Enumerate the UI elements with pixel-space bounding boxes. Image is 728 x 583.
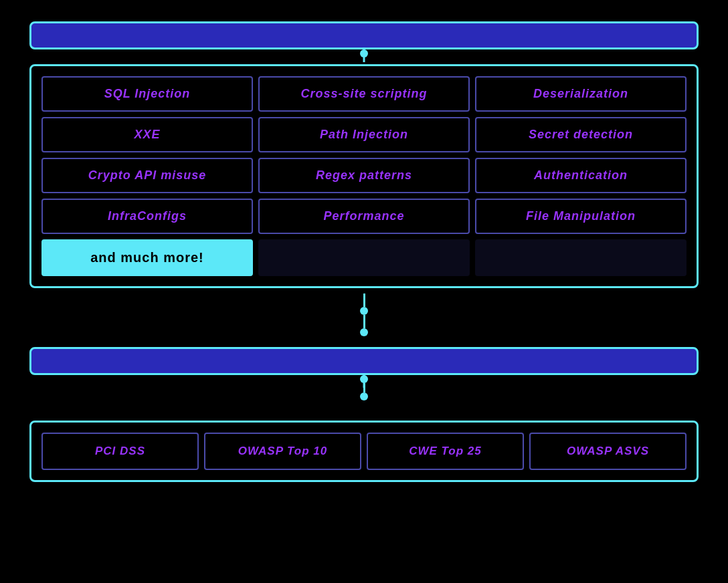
standards-grid: PCI DSSOWASP Top 10CWE Top 25OWASP ASVS	[41, 433, 687, 470]
issue-cell-4: Path Injection	[258, 117, 470, 152]
issues-header-box	[29, 21, 699, 49]
issue-cell-3: XXE	[41, 117, 253, 152]
issue-cell-14	[475, 239, 687, 276]
issues-grid-container: SQL InjectionCross-site scriptingDeseria…	[29, 64, 699, 288]
issue-cell-label-7: Regex patterns	[316, 168, 412, 182]
page-wrapper: SQL InjectionCross-site scriptingDeseria…	[9, 8, 719, 575]
issue-cell-label-5: Secret detection	[529, 128, 633, 141]
issue-cell-label-8: Authentication	[534, 168, 628, 182]
issue-cell-12: and much more!	[41, 239, 253, 276]
issue-cell-2: Deserialization	[475, 76, 687, 112]
issue-cell-label-11: File Manipulation	[526, 209, 636, 223]
standard-cell-label-0: PCI DSS	[95, 445, 145, 457]
connector-dot-3	[360, 328, 368, 336]
section-connector	[360, 294, 368, 336]
issue-cell-8: Authentication	[475, 158, 687, 193]
standard-cell-label-1: OWASP Top 10	[238, 445, 328, 457]
issue-cell-label-2: Deserialization	[533, 87, 628, 100]
issue-cell-label-12: and much more!	[90, 250, 204, 265]
issue-cell-1: Cross-site scripting	[258, 76, 470, 112]
issue-cell-label-4: Path Injection	[320, 128, 408, 141]
issue-cell-9: InfraConfigs	[41, 199, 253, 234]
issue-cell-label-9: InfraConfigs	[108, 209, 187, 223]
issue-cell-label-1: Cross-site scripting	[300, 87, 427, 100]
issue-cell-6: Crypto API misuse	[41, 158, 253, 193]
connector-dot-2	[360, 307, 368, 315]
standard-cell-label-3: OWASP ASVS	[567, 445, 649, 457]
standards-grid-container: PCI DSSOWASP Top 10CWE Top 25OWASP ASVS	[29, 421, 699, 482]
standards-header-box	[29, 347, 699, 375]
connector-line-2	[363, 315, 365, 328]
standard-cell-3: OWASP ASVS	[529, 433, 687, 470]
connector-line-1	[363, 294, 365, 307]
issue-cell-5: Secret detection	[475, 117, 687, 152]
standard-cell-label-2: CWE Top 25	[409, 445, 482, 457]
issue-cell-7: Regex patterns	[258, 158, 470, 193]
connector-dot-5	[360, 392, 368, 400]
issue-cell-11: File Manipulation	[475, 199, 687, 234]
issue-cell-10: Performance	[258, 199, 470, 234]
issue-cell-label-3: XXE	[134, 128, 160, 141]
standard-cell-0: PCI DSS	[41, 433, 199, 470]
issue-cell-13	[258, 239, 470, 276]
issues-grid: SQL InjectionCross-site scriptingDeseria…	[41, 76, 687, 276]
issue-cell-label-6: Crypto API misuse	[88, 168, 206, 182]
standard-cell-1: OWASP Top 10	[204, 433, 361, 470]
issue-cell-label-0: SQL Injection	[104, 87, 191, 100]
standard-cell-2: CWE Top 25	[367, 433, 524, 470]
issue-cell-label-10: Performance	[323, 209, 404, 223]
issue-cell-0: SQL Injection	[41, 76, 253, 112]
